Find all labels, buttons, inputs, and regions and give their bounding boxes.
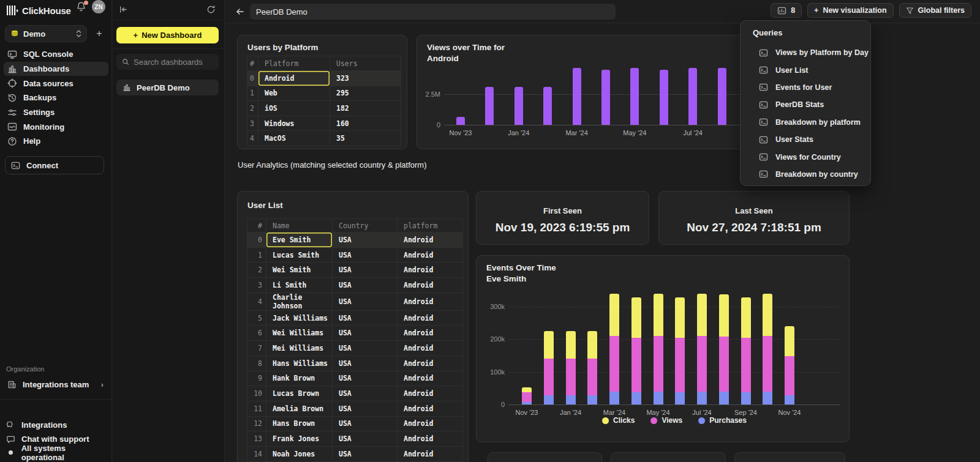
table-cell[interactable]: USA	[333, 233, 398, 248]
table-cell[interactable]: 11	[247, 401, 266, 416]
table-cell[interactable]: USA	[333, 401, 398, 416]
bar[interactable]	[688, 68, 697, 125]
query-item[interactable]: User List	[741, 61, 870, 78]
integrations-link[interactable]: Integrations	[6, 418, 107, 432]
bar[interactable]	[660, 70, 668, 125]
table-cell[interactable]: Wei Williams	[266, 326, 333, 341]
bar[interactable]	[609, 336, 619, 392]
bar[interactable]	[654, 392, 663, 404]
table-cell[interactable]: Lucas Smith	[266, 247, 333, 263]
table-cell[interactable]: Android	[398, 310, 463, 326]
bar[interactable]	[763, 336, 772, 392]
table-cell[interactable]: USA	[333, 446, 398, 461]
table-cell[interactable]: Hans Brown	[266, 416, 333, 431]
user-avatar[interactable]: ZN	[92, 0, 105, 13]
bar[interactable]	[741, 392, 751, 404]
table-cell[interactable]: Noah Jones	[266, 446, 333, 461]
bar[interactable]	[654, 336, 663, 392]
table-cell[interactable]: Android	[398, 416, 463, 431]
table-cell[interactable]: Amelia Brown	[266, 401, 333, 416]
sidebar-item-dashboards[interactable]: Dashboards	[4, 62, 108, 76]
bar[interactable]	[785, 395, 794, 404]
table-cell[interactable]: Android	[398, 263, 463, 278]
refresh-button[interactable]	[206, 5, 216, 14]
system-status-item[interactable]: All systems operational	[6, 445, 107, 460]
table-cell[interactable]: 1	[247, 247, 266, 263]
bar[interactable]	[544, 331, 554, 359]
table-cell[interactable]: 160	[330, 116, 401, 131]
query-item[interactable]: Breakdown by platform	[741, 114, 870, 131]
table-cell[interactable]: 5	[247, 310, 266, 326]
table-cell[interactable]: Android	[258, 71, 330, 86]
query-item[interactable]: Views for Country	[741, 148, 870, 165]
table-cell[interactable]: 0	[247, 71, 258, 86]
bar[interactable]	[719, 294, 729, 337]
bar[interactable]	[697, 294, 707, 336]
dashboard-title-input[interactable]	[250, 4, 616, 20]
bar[interactable]	[609, 392, 619, 404]
table-cell[interactable]: USA	[333, 356, 398, 371]
table-cell[interactable]: 9	[247, 371, 266, 386]
bar[interactable]	[514, 87, 523, 125]
bar[interactable]	[631, 338, 641, 392]
sidebar-item-data-sources[interactable]: Data sources	[4, 76, 108, 91]
table-cell[interactable]: USA	[333, 386, 398, 401]
query-item[interactable]: Views by Platform by Day	[741, 44, 870, 61]
bar[interactable]	[587, 395, 597, 404]
table-cell[interactable]: 0	[247, 233, 266, 248]
table-cell[interactable]: Hans Williams	[266, 356, 333, 371]
table-cell[interactable]: 1	[247, 86, 258, 101]
bar[interactable]	[543, 87, 552, 125]
table-cell[interactable]: Jack Williams	[266, 310, 333, 326]
table-cell[interactable]: iOS	[258, 101, 330, 116]
add-workspace-button[interactable]: +	[92, 26, 107, 41]
collapse-panel-button[interactable]	[119, 5, 128, 14]
table-cell[interactable]: Lucas Brown	[266, 386, 333, 401]
bar[interactable]	[456, 117, 465, 125]
table-cell[interactable]: Mei Williams	[266, 341, 333, 356]
legend-item[interactable]: Clicks	[602, 416, 635, 425]
table-cell[interactable]: 6	[247, 326, 266, 341]
table-cell[interactable]: 2	[247, 263, 266, 278]
bar[interactable]	[544, 359, 554, 395]
table-cell[interactable]: 3	[247, 116, 258, 131]
table-cell[interactable]: 2	[247, 101, 258, 116]
table-cell[interactable]: 182	[330, 101, 401, 116]
table-cell[interactable]: Android	[398, 401, 463, 416]
visualization-count-button[interactable]: 8	[771, 3, 802, 18]
table-cell[interactable]: Android	[398, 233, 463, 248]
table-cell[interactable]: USA	[333, 278, 398, 293]
bar[interactable]	[522, 392, 532, 402]
bar[interactable]	[675, 297, 685, 338]
sidebar-item-backups[interactable]: Backups	[4, 91, 108, 105]
table-cell[interactable]: 3	[247, 278, 266, 293]
table-cell[interactable]: 13	[247, 431, 266, 447]
sidebar-item-monitoring[interactable]: Monitoring	[4, 119, 108, 134]
back-button[interactable]	[233, 5, 247, 18]
bar[interactable]	[741, 297, 751, 338]
bar[interactable]	[741, 338, 751, 392]
table-cell[interactable]: 35	[330, 131, 401, 146]
query-item[interactable]: User Stats	[741, 131, 870, 148]
table-cell[interactable]: Android	[398, 326, 463, 341]
bar[interactable]	[654, 294, 663, 336]
bar[interactable]	[522, 387, 532, 392]
table-cell[interactable]: USA	[333, 341, 398, 356]
new-visualization-button[interactable]: + New visualization	[807, 3, 894, 18]
sidebar-item-sql-console[interactable]: SQL Console	[4, 47, 108, 62]
bar[interactable]	[573, 68, 581, 125]
table-cell[interactable]: 8	[247, 356, 266, 371]
table-cell[interactable]: Frank Jones	[266, 431, 333, 447]
table-cell[interactable]: 7	[247, 341, 266, 356]
search-dashboards-input[interactable]	[134, 58, 207, 67]
table-cell[interactable]: Li Smith	[266, 278, 333, 293]
table-cell[interactable]: USA	[333, 247, 398, 263]
table-cell[interactable]: Charlie Johnson	[266, 292, 333, 310]
bar[interactable]	[697, 392, 707, 404]
table-cell[interactable]: USA	[333, 263, 398, 278]
table-cell[interactable]: Android	[398, 247, 463, 263]
bar[interactable]	[718, 68, 726, 125]
connect-button[interactable]: Connect	[5, 156, 104, 174]
table-cell[interactable]: Windows	[258, 116, 330, 131]
table-cell[interactable]: USA	[333, 310, 398, 326]
